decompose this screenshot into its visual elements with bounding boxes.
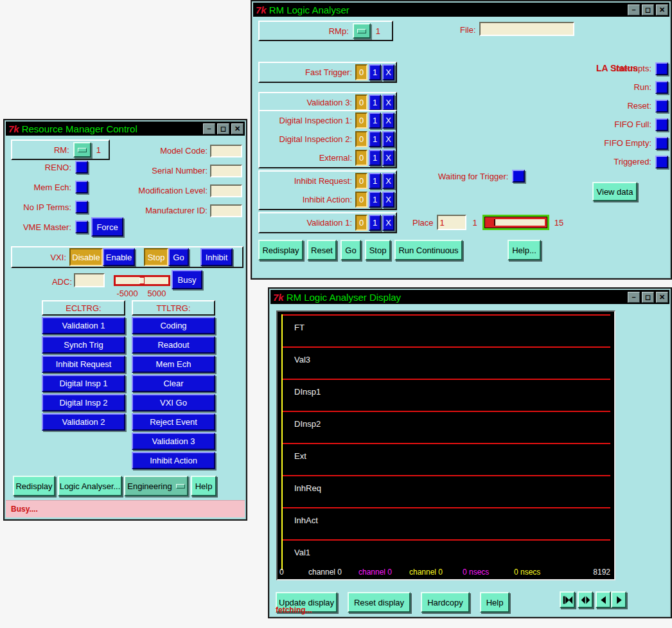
place-min-label: 1: [473, 218, 477, 228]
trigger-0-button[interactable]: 0: [355, 64, 367, 80]
ttltrg-button[interactable]: Inhibit Action: [132, 452, 215, 469]
ttltrg-button[interactable]: Mem Ech: [132, 355, 215, 373]
trigger-0-button[interactable]: 0: [355, 94, 367, 111]
skip-to-start-button[interactable]: [560, 591, 575, 608]
mem-ech-indicator: [75, 181, 88, 193]
trigger-1-button[interactable]: 1: [369, 64, 381, 80]
reset-display-button[interactable]: Reset display: [348, 592, 411, 613]
view-data-button[interactable]: View data: [592, 182, 637, 201]
trigger-1-button[interactable]: 1: [369, 215, 381, 231]
minimize-button[interactable]: –: [628, 4, 640, 15]
trigger-x-button[interactable]: X: [382, 192, 394, 208]
display-titlebar[interactable]: 7k RM Logic Analyser Display – ◻ ✕: [270, 290, 669, 304]
scroll-left-button[interactable]: [596, 591, 611, 608]
ecltrg-button[interactable]: Inhibit Request: [42, 355, 125, 373]
maximize-button[interactable]: ◻: [642, 4, 654, 15]
model-code-input[interactable]: [210, 145, 242, 157]
rm-titlebar[interactable]: 7k Resource Manager Control – ◻ ✕: [6, 121, 245, 136]
ttltrg-button[interactable]: Readout: [132, 336, 215, 354]
ttltrg-button[interactable]: Coding: [132, 317, 215, 334]
maximize-button[interactable]: ◻: [217, 123, 229, 134]
trigger-1-button[interactable]: 1: [369, 94, 381, 111]
force-button[interactable]: Force: [91, 217, 123, 237]
trigger-1-button[interactable]: 1: [369, 150, 381, 166]
vxi-stop-button[interactable]: Stop: [144, 248, 168, 266]
ecltrg-button[interactable]: Digital Insp 2: [42, 394, 125, 411]
engineering-option-menu[interactable]: Engineering: [124, 476, 188, 496]
trace-display[interactable]: FT Val3 DInsp1 DInsp2 Ext InhReq InhAct …: [276, 310, 615, 580]
trigger-x-button[interactable]: X: [382, 215, 394, 231]
rmp-option-menu[interactable]: [353, 23, 371, 39]
close-button[interactable]: ✕: [231, 123, 243, 134]
la-titlebar[interactable]: 7k RM Logic Analyser – ◻ ✕: [253, 3, 669, 17]
serial-number-input[interactable]: [210, 165, 242, 177]
help-button[interactable]: Help: [191, 476, 217, 496]
ecltrg-button[interactable]: Digital Insp 1: [42, 375, 125, 392]
tk-logo-icon: 7k: [256, 4, 267, 15]
redisplay-button[interactable]: Redisplay: [258, 240, 303, 260]
close-button[interactable]: ✕: [656, 4, 668, 15]
adc-input[interactable]: [74, 273, 105, 287]
trigger-0-button[interactable]: 0: [355, 173, 367, 189]
close-button[interactable]: ✕: [656, 292, 668, 303]
trigger-1-button[interactable]: 1: [369, 131, 381, 147]
info-row: Modification Level:: [103, 181, 242, 201]
redisplay-button[interactable]: Redisplay: [13, 476, 55, 496]
busy-button[interactable]: Busy: [172, 270, 202, 289]
cursor-line: [281, 314, 283, 570]
minimize-button[interactable]: –: [203, 123, 215, 134]
ecltrg-button[interactable]: Validation 1: [42, 317, 125, 334]
ecltrg-button[interactable]: Synch Trig: [42, 336, 125, 354]
file-input[interactable]: [479, 22, 574, 36]
expand-view-button[interactable]: [578, 591, 593, 608]
trigger-0-button[interactable]: 0: [355, 131, 367, 147]
trigger-x-button[interactable]: X: [382, 173, 394, 189]
trigger-x-button[interactable]: X: [382, 150, 394, 166]
trigger-row-label: Validation 1:: [260, 218, 355, 228]
place-input[interactable]: 1: [437, 215, 466, 230]
trigger-0-button[interactable]: 0: [355, 150, 367, 166]
scroll-right-button[interactable]: [611, 591, 626, 608]
manufacturer-id-input[interactable]: [210, 204, 242, 217]
ttltrg-button[interactable]: Clear: [132, 375, 215, 392]
ttltrg-button[interactable]: VXI Go: [132, 394, 215, 411]
help-button[interactable]: Help: [480, 592, 509, 613]
ecltrg-button[interactable]: Validation 2: [42, 413, 125, 431]
maximize-button[interactable]: ◻: [642, 292, 654, 303]
vme-master-indicator: [75, 220, 88, 233]
trigger-1-button[interactable]: 1: [369, 192, 381, 208]
rmp-value: 1: [376, 26, 380, 36]
vxi-inhibit-button[interactable]: Inhibit: [200, 248, 233, 266]
run-continuous-button[interactable]: Run Continuous: [394, 240, 463, 260]
trigger-x-button[interactable]: X: [382, 112, 394, 129]
trigger-0-button[interactable]: 0: [355, 215, 367, 231]
trigger-x-button[interactable]: X: [382, 64, 394, 80]
place-slider-thumb[interactable]: [487, 219, 495, 226]
vxi-disable-button[interactable]: Disable: [69, 248, 103, 266]
vxi-go-button[interactable]: Go: [168, 248, 189, 266]
adc-max-label: 5000: [143, 289, 170, 298]
trigger-x-button[interactable]: X: [382, 94, 394, 111]
adc-slider[interactable]: [114, 275, 170, 286]
reset-button[interactable]: Reset: [307, 240, 337, 260]
triggered-indicator: [655, 156, 668, 168]
modification-level-input[interactable]: [210, 184, 242, 197]
ttltrg-button[interactable]: Reject Event: [132, 413, 215, 431]
adc-slider-thumb[interactable]: [139, 277, 145, 284]
logic-analyser-button[interactable]: Logic Analyser...: [58, 476, 122, 496]
trigger-1-button[interactable]: 1: [369, 112, 381, 129]
stop-button[interactable]: Stop: [365, 240, 391, 260]
rm-value: 1: [96, 145, 101, 155]
ttltrg-button[interactable]: Validation 3: [132, 433, 215, 450]
trigger-0-button[interactable]: 0: [355, 112, 367, 129]
place-slider[interactable]: [482, 215, 549, 230]
vxi-enable-button[interactable]: Enable: [103, 248, 135, 266]
help-button[interactable]: Help...: [508, 240, 541, 260]
trigger-1-button[interactable]: 1: [369, 173, 381, 189]
hardcopy-button[interactable]: Hardcopy: [421, 592, 470, 613]
rm-option-menu[interactable]: [73, 142, 91, 157]
trigger-x-button[interactable]: X: [382, 131, 394, 147]
minimize-button[interactable]: –: [628, 292, 640, 303]
go-button[interactable]: Go: [340, 240, 361, 260]
trigger-0-button[interactable]: 0: [355, 192, 367, 208]
